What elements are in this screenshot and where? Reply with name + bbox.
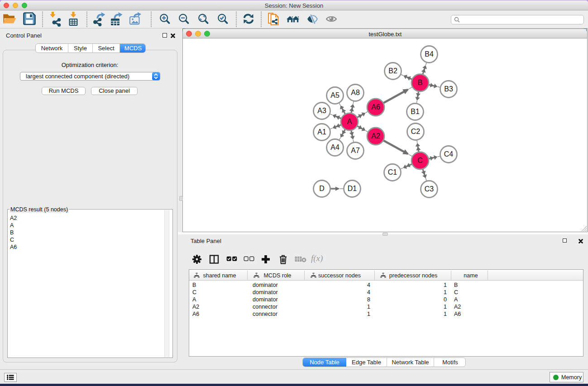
svg-text:A5: A5 xyxy=(330,91,339,99)
svg-text:A6: A6 xyxy=(371,103,380,111)
svg-text:C1: C1 xyxy=(388,168,397,176)
svg-text:D: D xyxy=(319,185,325,192)
svg-text:B1: B1 xyxy=(411,108,420,115)
svg-text:A3: A3 xyxy=(317,107,326,114)
svg-text:B2: B2 xyxy=(388,67,397,75)
svg-text:B: B xyxy=(418,79,423,86)
svg-text:B4: B4 xyxy=(425,50,434,58)
svg-text:C4: C4 xyxy=(444,150,454,158)
svg-text:C2: C2 xyxy=(411,128,421,135)
svg-text:A1: A1 xyxy=(317,128,326,136)
svg-text:A: A xyxy=(347,118,352,125)
svg-text:B3: B3 xyxy=(444,85,453,93)
svg-text:A4: A4 xyxy=(330,143,339,151)
svg-text:C3: C3 xyxy=(425,185,434,193)
svg-text:A8: A8 xyxy=(351,89,360,96)
svg-text:A2: A2 xyxy=(371,132,380,140)
svg-text:C: C xyxy=(417,157,423,164)
svg-text:D1: D1 xyxy=(348,185,357,192)
svg-text:A7: A7 xyxy=(351,147,360,154)
